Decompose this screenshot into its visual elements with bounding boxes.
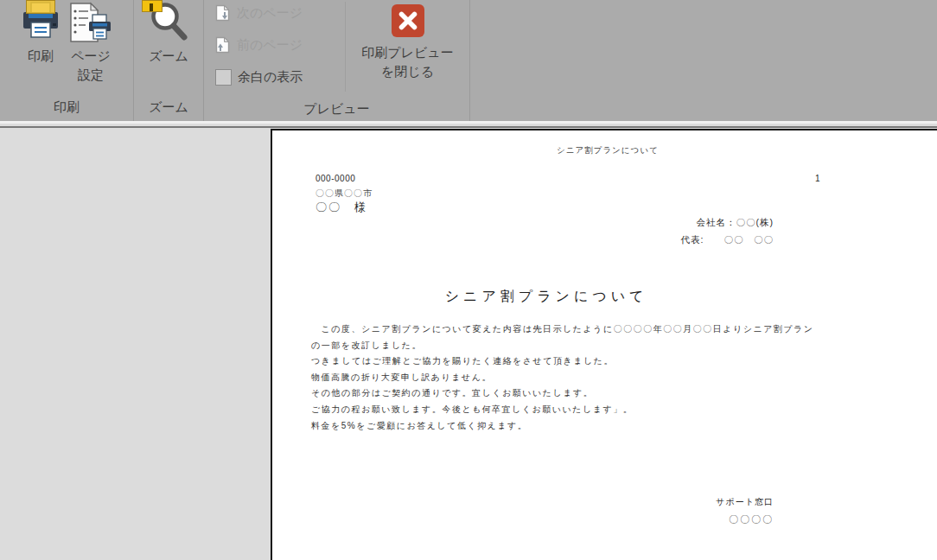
- preview-area: シニア割プランについて 1 000-0000 〇〇県〇〇市 〇〇 様 会社名：〇…: [0, 126, 937, 560]
- close-print-preview-label: 印刷プレビューを閉じる: [359, 43, 457, 81]
- zoom-button[interactable]: ズーム: [146, 0, 191, 66]
- support-desk-label: サポート窓口: [532, 496, 774, 508]
- ribbon-group-zoom: ズーム ズーム: [134, 0, 203, 121]
- prev-page-icon: [215, 36, 231, 54]
- prev-page-button: 前のページ: [215, 35, 345, 55]
- next-page-button: 次のページ: [215, 3, 345, 23]
- close-print-preview-button[interactable]: 印刷プレビューを閉じる: [359, 0, 457, 99]
- body-line: の一部を改訂しました。: [311, 338, 830, 354]
- zoom-group-label: ズーム: [134, 97, 203, 121]
- show-margins-toggle[interactable]: 余白の表示: [215, 67, 345, 87]
- body-line: この度、シニア割プランについて変えた内容は先日示したように〇〇〇〇年〇〇月〇〇日…: [311, 321, 830, 338]
- body-line: ご協力の程お願い致します。今後とも何卒宜しくお願いいたします」。: [311, 402, 830, 418]
- keytip-badge: [142, 0, 163, 12]
- preview-group-label: プレビュー: [204, 99, 469, 121]
- next-page-icon: [215, 4, 231, 22]
- close-icon: [392, 4, 424, 41]
- support-name: 〇〇〇〇: [532, 513, 774, 526]
- company-name: 会社名：〇〇(株): [532, 217, 774, 229]
- recipient-name: 〇〇 様: [316, 200, 367, 215]
- ribbon-group-print: 印刷: [0, 0, 133, 121]
- ribbon-group-preview: 次のページ 前のページ: [204, 0, 469, 121]
- ribbon-empty-space: [470, 0, 937, 121]
- body-line: つきましてはご理解とご協力を賜りたく連絡をさせて頂きました。: [311, 353, 830, 370]
- body-line: 料金を5%をご愛顧にお答えして低く抑えます。: [311, 418, 830, 435]
- keytip-badge: [26, 0, 55, 14]
- page-setup-icon: [68, 2, 113, 47]
- next-page-label: 次のページ: [237, 5, 303, 22]
- print-button[interactable]: 印刷: [20, 0, 61, 66]
- address-line: 〇〇県〇〇市: [316, 188, 373, 200]
- representative-name: 代表: 〇〇 〇〇: [532, 234, 774, 246]
- document-title: シニア割プランについて: [272, 288, 820, 306]
- page-setup-button-label: ページ設定: [68, 47, 113, 85]
- body-line: その他の部分はご契約の通りです。宜しくお願いいたします。: [311, 385, 830, 402]
- zoom-button-label: ズーム: [149, 47, 188, 66]
- body-line: 物価高騰の折り大変申し訳ありません。: [311, 370, 830, 386]
- page-number: 1: [815, 174, 820, 183]
- print-button-label: 印刷: [28, 47, 54, 66]
- sender-block: 会社名：〇〇(株) 代表: 〇〇 〇〇: [532, 217, 774, 246]
- prev-page-label: 前のページ: [237, 37, 303, 54]
- footer-block: サポート窓口 〇〇〇〇: [532, 496, 774, 526]
- page-header-title: シニア割プランについて: [557, 145, 659, 156]
- show-margins-label: 余白の表示: [238, 69, 303, 86]
- print-preview-ribbon: 印刷: [0, 0, 937, 124]
- page-setup-button[interactable]: ページ設定: [68, 0, 113, 85]
- print-group-label: 印刷: [0, 97, 133, 121]
- document-page: シニア割プランについて 1 000-0000 〇〇県〇〇市 〇〇 様 会社名：〇…: [271, 129, 937, 560]
- document-body: この度、シニア割プランについて変えた内容は先日示したように〇〇〇〇年〇〇月〇〇日…: [311, 321, 830, 434]
- postal-code: 000-0000: [316, 174, 355, 183]
- show-margins-checkbox[interactable]: [215, 69, 232, 86]
